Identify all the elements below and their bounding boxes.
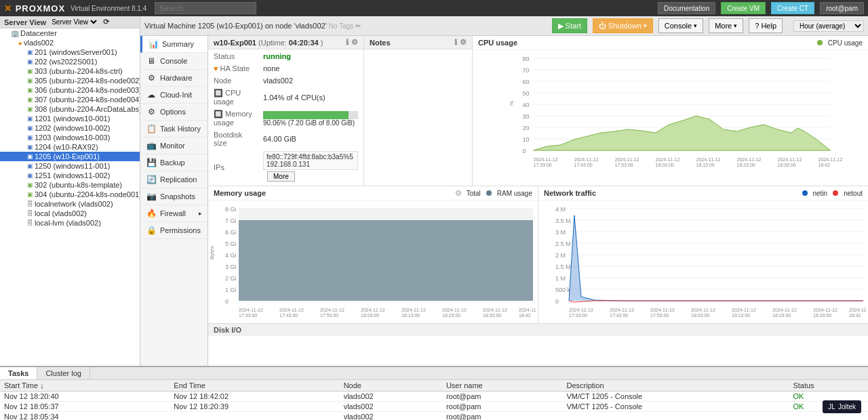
svg-text:18:03:00: 18:03:00 [691,313,709,318]
svg-text:30: 30 [523,113,530,120]
col-user-name[interactable]: User name [442,380,563,392]
sidebar-item-local[interactable]: 🗄 local (vlads002) [0,209,140,218]
ips-more-button[interactable]: More [267,171,295,182]
info-icon[interactable]: ℹ [346,38,349,47]
task-end-2: Nov 12 18:20:39 [170,402,339,412]
nav-label-firewall: Firewall [160,209,186,217]
memory-chart-header: Memory usage Total RAM usage [208,186,538,201]
col-node[interactable]: Node [340,380,442,392]
vm-info-title: w10-Exp001 (Uptime: 04:20:34 ) ℹ ⚙ [208,36,363,49]
shutdown-button[interactable]: ⏻ Shutdown ▾ [593,18,653,33]
svg-text:17:43:00: 17:43:00 [279,313,298,318]
nav-item-firewall[interactable]: 🔥 Firewall ▸ [140,205,208,222]
svg-text:50: 50 [523,90,530,97]
user-menu-button[interactable]: root@pam [820,2,864,14]
notes-settings-icon[interactable]: ⚙ [460,38,467,47]
sidebar-item-1204[interactable]: ▣ 1204 (w10-RAX92) [0,142,140,152]
netin-area [569,215,863,301]
nav-item-permissions[interactable]: 🔒 Permissions [140,222,208,239]
sidebar-ct-label-308: 308 (ubuntu-2204-ArcDataLabs) [35,105,140,113]
sidebar-item-1203[interactable]: ▣ 1203 (windows10-003) [0,133,140,142]
search-input[interactable] [155,2,256,14]
col-status[interactable]: Status [789,380,868,392]
col-description[interactable]: Description [563,380,789,392]
nav-item-console[interactable]: 🖥 Console [140,53,208,70]
node-icon: ▸ [19,39,22,47]
sidebar-item-datacenter[interactable]: 🏢 Datacenter [0,28,140,38]
ram-legend-dot [486,190,492,196]
sidebar-item-201[interactable]: ▣ 201 (windowsServer001) [0,47,140,57]
create-ct-button[interactable]: Create CT [771,2,814,14]
nav-item-snapshots[interactable]: 📷 Snapshots [140,188,208,205]
sidebar-item-302[interactable]: ▣ 302 (ubuntu-k8s-template) [0,180,140,190]
sidebar-item-1201[interactable]: ▣ 1201 (windows10-001) [0,114,140,123]
tasks-table-head: Start Time ↓ End Time Node User name Des… [0,380,868,392]
nav-label-snapshots: Snapshots [160,192,195,201]
logo-x: ✕ [4,3,12,14]
cpu-area [534,116,831,150]
tasks-tab[interactable]: Tasks [0,367,37,379]
notes-panel: Notes ℹ ⚙ [364,36,473,186]
vm-icon-201: ▣ [27,49,33,56]
sidebar-item-303[interactable]: ▣ 303 (ubuntu-2204-k8s-ctrl) [0,66,140,76]
sidebar-item-local-lvm[interactable]: 🗄 local-lvm (vlads002) [0,218,140,228]
storage-icon-local-lvm: 🗄 [27,219,33,226]
sidebar-item-202[interactable]: ▣ 202 (ws2022S001) [0,57,140,66]
svg-text:18:42: 18:42 [519,313,531,318]
ips-box: fe80::729f:4ffd:8abc:b3a5%5 192.168.0.13… [263,151,358,170]
console-button[interactable]: Console ▾ [658,18,703,33]
nav-item-task-history[interactable]: 📋 Task History [140,121,208,138]
help-button[interactable]: ? Help [749,18,783,33]
col-end-time[interactable]: End Time [170,380,339,392]
vm-no-tags[interactable]: No Tags [329,22,354,30]
cpu-icon: 🔲 [214,89,223,97]
task-user-1: root@pam [442,392,563,402]
svg-text:18:03:00: 18:03:00 [361,313,379,318]
more-dropdown-icon: ▾ [734,22,737,29]
documentation-button[interactable]: Documentation [658,2,715,14]
nav-item-summary[interactable]: 📊 Summary [140,36,208,53]
server-view-select[interactable]: Server View [49,18,99,26]
time-selector[interactable]: Hour (average) Day (average) Week (avera… [793,20,864,32]
sidebar-item-305[interactable]: ▣ 305 (ubuntu-2204-k8s-node002) [0,76,140,85]
edit-tags-icon[interactable]: ✏ [355,22,361,30]
sidebar-item-308[interactable]: ▣ 308 (ubuntu-2204-ArcDataLabs) [0,104,140,114]
ha-state-row: ♥ HA State none [210,63,362,74]
svg-text:2024-11-12: 2024-11-12 [239,308,263,312]
start-button[interactable]: ▶ Start [552,18,587,33]
sidebar-refresh-icon[interactable]: ⟳ [103,18,109,26]
sidebar-item-1251[interactable]: ▣ 1251 (windows11-002) [0,171,140,180]
sidebar-item-307[interactable]: ▣ 307 (ubuntu-2204-k8s-node004) [0,95,140,104]
storage-icon-localnetwork: 🗄 [27,201,33,207]
sidebar-item-1205[interactable]: ▣ 1205 (w10-Exp001) [0,152,140,161]
vm-icon-1251: ▣ [27,172,33,179]
env-version-label: Virtual Environment 8.1.4 [71,5,146,12]
sidebar-item-1250[interactable]: ▣ 1250 (windows11-001) [0,161,140,171]
col-start-time[interactable]: Start Time ↓ [0,380,170,392]
nav-item-hardware[interactable]: ⚙ Hardware [140,70,208,87]
nav-item-replication[interactable]: 🔄 Replication [140,171,208,188]
cluster-log-tab[interactable]: Cluster log [37,367,90,379]
sidebar-item-304[interactable]: ▣ 304 (ubuntu-2204-k8s-node001) [0,190,140,199]
network-chart-header: Network traffic netin netout [538,186,868,201]
sidebar-item-1202[interactable]: ▣ 1202 (windows10-002) [0,123,140,133]
create-vm-button[interactable]: Create VM [721,2,766,14]
svg-text:2024-11-12: 2024-11-12 [813,308,837,312]
sidebar-item-node[interactable]: ▸ vlads002 [0,38,140,47]
nav-item-cloud-init[interactable]: ☁ Cloud-Init [140,87,208,104]
svg-text:2024-11-12: 2024-11-12 [818,157,843,162]
vm-info-table: Status running ♥ HA State none Node [208,49,363,186]
nav-item-options[interactable]: ⚙ Options [140,104,208,121]
notes-info-icon[interactable]: ℹ [454,38,457,47]
nav-item-monitor[interactable]: 📺 Monitor [140,138,208,154]
svg-text:17:53:00: 17:53:00 [650,313,669,318]
settings-icon[interactable]: ⚙ [351,38,358,47]
sidebar-item-306[interactable]: ▣ 306 (ubuntu-2204-k8s-node003) [0,85,140,95]
proxmox-logo: ✕ PROXMOX [4,3,65,14]
sidebar-item-localnetwork[interactable]: 🗄 localnetwork (vlads002) [0,199,140,209]
svg-text:40: 40 [523,102,530,108]
nav-item-backup[interactable]: 💾 Backup [140,154,208,171]
svg-text:18:42: 18:42 [818,163,831,167]
more-button[interactable]: More ▾ [709,18,743,33]
vm-icon-202: ▣ [27,58,33,65]
